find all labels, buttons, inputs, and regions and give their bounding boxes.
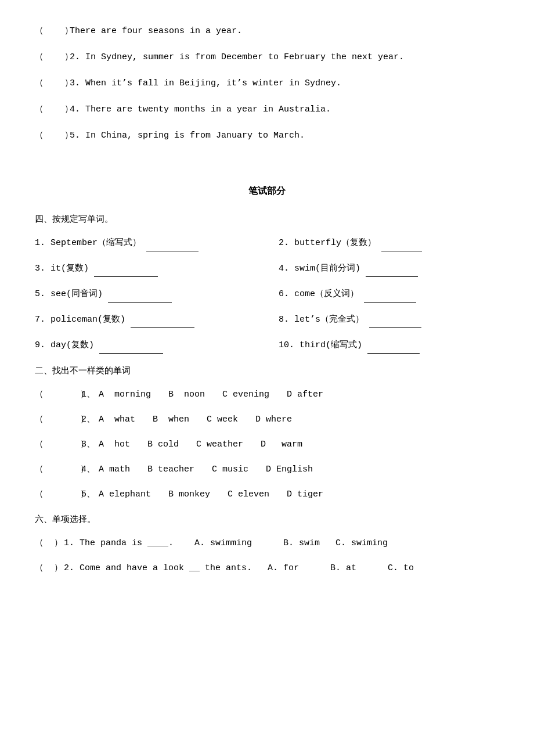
sc-q1: （ ） 1. The panda is ____. A. swimming B.… bbox=[35, 535, 499, 551]
odd-opt-3b: B cold bbox=[147, 437, 179, 452]
odd-opt-2c: C week bbox=[207, 412, 238, 427]
odd-q1: （ ） 1、 A morning B noon C evening D afte… bbox=[35, 387, 499, 402]
word-row-1: 1. September（缩写式） 2. butterfly（复数） bbox=[35, 235, 499, 251]
word-row-3: 5. see(同音词) 6. come（反义词） bbox=[35, 286, 499, 303]
word-item-9: 9. day(复数) bbox=[35, 337, 255, 354]
single-choice-section: （ ） 1. The panda is ____. A. swimming B.… bbox=[35, 535, 499, 576]
sc-q1-text: 1. The panda is ____. A. swimming B. swi… bbox=[64, 535, 499, 551]
blank-7[interactable] bbox=[131, 312, 194, 328]
odd-options-2: A what B when C week D where bbox=[99, 412, 499, 427]
odd-bracket-1: （ ） bbox=[35, 387, 81, 402]
word-num-1: 1. September（缩写式） bbox=[35, 238, 141, 248]
word-num-3: 3. it(复数) bbox=[35, 264, 89, 273]
word-row-2: 3. it(复数) 4. swim(目前分词) bbox=[35, 261, 499, 277]
bracket-4: （ ） bbox=[35, 102, 70, 117]
odd-opt-5d: D tiger bbox=[287, 487, 323, 502]
odd-num-3: 3、 bbox=[81, 437, 99, 452]
odd-section: （ ） 1、 A morning B noon C evening D afte… bbox=[35, 387, 499, 502]
blank-2[interactable] bbox=[381, 235, 422, 251]
odd-options-4: A math B teacher C music D English bbox=[99, 462, 499, 477]
word-item-6: 6. come（反义词） bbox=[279, 286, 499, 303]
odd-opt-4d: D English bbox=[266, 462, 313, 477]
odd-options-1: A morning B noon C evening D after bbox=[99, 387, 499, 402]
part4-title: 四、按规定写单词。 bbox=[35, 211, 499, 227]
blank-5[interactable] bbox=[108, 286, 172, 303]
word-item-1: 1. September（缩写式） bbox=[35, 235, 255, 251]
odd-options-5: A elephant B monkey C eleven D tiger bbox=[99, 487, 499, 502]
sc-bracket-2: （ ） bbox=[35, 560, 64, 576]
word-item-5: 5. see(同音词) bbox=[35, 286, 255, 303]
odd-opt-4b: B teacher bbox=[147, 462, 194, 477]
tf-q1-text: There are four seasons in a year. bbox=[70, 23, 499, 39]
part2-title: 二、找出不一样类的单词 bbox=[35, 363, 499, 379]
odd-num-4: 4、 bbox=[81, 462, 99, 477]
blank-4[interactable] bbox=[366, 261, 418, 277]
tf-q5: （ ） 5. In China, spring is from January … bbox=[35, 128, 499, 143]
word-section: 1. September（缩写式） 2. butterfly（复数） 3. it… bbox=[35, 235, 499, 354]
odd-opt-3d: D warm bbox=[261, 437, 302, 452]
odd-opt-1a: A morning bbox=[99, 387, 151, 402]
tf-q4: （ ） 4. There are twenty months in a year… bbox=[35, 102, 499, 117]
blank-6[interactable] bbox=[364, 286, 416, 303]
bracket-3: （ ） bbox=[35, 75, 70, 91]
section-title: 笔试部分 bbox=[35, 183, 499, 200]
word-row-4: 7. policeman(复数) 8. let’s（完全式） bbox=[35, 312, 499, 328]
sc-q2-text: 2. Come and have a look __ the ants. A. … bbox=[64, 560, 499, 576]
odd-bracket-4: （ ） bbox=[35, 462, 81, 477]
word-num-7: 7. policeman(复数) bbox=[35, 315, 125, 325]
odd-q4: （ ） 4、 A math B teacher C music D Englis… bbox=[35, 462, 499, 477]
odd-q5: （ ） 5、 A elephant B monkey C eleven D ti… bbox=[35, 487, 499, 502]
odd-opt-4a: A math bbox=[99, 462, 130, 477]
odd-opt-5c: C eleven bbox=[228, 487, 269, 502]
odd-opt-3c: C weather bbox=[196, 437, 243, 452]
tf-q4-text: 4. There are twenty months in a year in … bbox=[70, 102, 499, 117]
tf-q1: （ ） There are four seasons in a year. bbox=[35, 23, 499, 39]
bracket-2: （ ） bbox=[35, 49, 70, 65]
blank-10[interactable] bbox=[367, 337, 420, 354]
word-item-10: 10. third(缩写式) bbox=[279, 337, 499, 354]
tf-q3-text: 3. When it’s fall in Beijing, it’s winte… bbox=[70, 75, 499, 91]
blank-8[interactable] bbox=[369, 312, 421, 328]
odd-opt-5b: B monkey bbox=[168, 487, 210, 502]
odd-opt-2d: D where bbox=[255, 412, 292, 427]
tf-q3: （ ） 3. When it’s fall in Beijing, it’s w… bbox=[35, 75, 499, 91]
word-num-10: 10. third(缩写式) bbox=[279, 340, 362, 350]
odd-bracket-3: （ ） bbox=[35, 437, 81, 452]
odd-opt-2b: B when bbox=[153, 412, 189, 427]
word-num-4: 4. swim(目前分词) bbox=[279, 264, 360, 273]
odd-opt-1c: C evening bbox=[222, 387, 269, 402]
odd-q2: （ ） 2、 A what B when C week D where bbox=[35, 412, 499, 427]
odd-q3: （ ） 3、 A hot B cold C weather D warm bbox=[35, 437, 499, 452]
word-num-8: 8. let’s（完全式） bbox=[279, 315, 364, 325]
odd-opt-3a: A hot bbox=[99, 437, 130, 452]
word-num-2: 2. butterfly（复数） bbox=[279, 238, 376, 248]
tf-q2-text: 2. In Sydney, summer is from December to… bbox=[70, 49, 499, 65]
word-num-5: 5. see(同音词) bbox=[35, 289, 103, 299]
odd-num-5: 5、 bbox=[81, 487, 99, 502]
blank-9[interactable] bbox=[99, 337, 163, 354]
tf-section: （ ） There are four seasons in a year. （ … bbox=[35, 23, 499, 143]
odd-opt-4c: C music bbox=[212, 462, 248, 477]
odd-num-2: 2、 bbox=[81, 412, 99, 427]
sc-q2: （ ） 2. Come and have a look __ the ants.… bbox=[35, 560, 499, 576]
word-num-6: 6. come（反义词） bbox=[279, 289, 359, 299]
word-num-9: 9. day(复数) bbox=[35, 340, 94, 350]
sc-bracket-1: （ ） bbox=[35, 535, 64, 551]
word-item-4: 4. swim(目前分词) bbox=[279, 261, 499, 277]
word-item-2: 2. butterfly（复数） bbox=[279, 235, 499, 251]
odd-options-3: A hot B cold C weather D warm bbox=[99, 437, 499, 452]
bracket-1: （ ） bbox=[35, 23, 70, 39]
word-row-5: 9. day(复数) 10. third(缩写式) bbox=[35, 337, 499, 354]
bracket-5: （ ） bbox=[35, 128, 70, 143]
odd-bracket-2: （ ） bbox=[35, 412, 81, 427]
odd-opt-2a: A what bbox=[99, 412, 135, 427]
part6-title: 六、单项选择。 bbox=[35, 512, 499, 527]
odd-num-1: 1、 bbox=[81, 387, 99, 402]
word-item-3: 3. it(复数) bbox=[35, 261, 255, 277]
tf-q5-text: 5. In China, spring is from January to M… bbox=[70, 128, 499, 143]
odd-opt-1b: B noon bbox=[168, 387, 205, 402]
blank-3[interactable] bbox=[94, 261, 158, 277]
odd-bracket-5: （ ） bbox=[35, 487, 81, 502]
blank-1[interactable] bbox=[146, 235, 199, 251]
word-item-7: 7. policeman(复数) bbox=[35, 312, 255, 328]
